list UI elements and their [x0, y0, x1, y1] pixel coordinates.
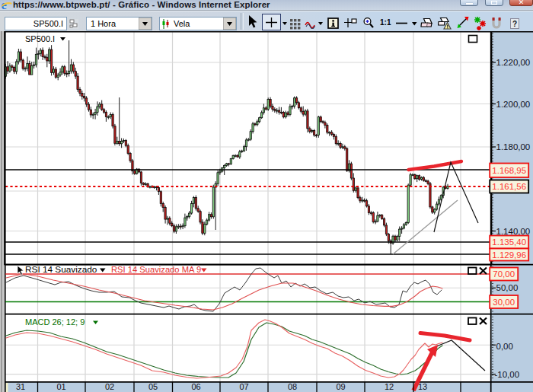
- svg-text:1.129,96: 1.129,96: [492, 250, 526, 260]
- svg-text:70,00: 70,00: [493, 269, 515, 279]
- svg-text:02: 02: [105, 382, 114, 391]
- svg-text:1.168,95: 1.168,95: [492, 166, 526, 175]
- svg-text:09: 09: [336, 382, 345, 391]
- svg-text:-10,00: -10,00: [495, 370, 520, 379]
- svg-text:RSI 14 Suavizado: RSI 14 Suavizado: [25, 264, 97, 275]
- svg-text:13: 13: [418, 382, 427, 391]
- svg-text:SP500.I: SP500.I: [25, 34, 55, 43]
- svg-text:06: 06: [191, 382, 200, 391]
- svg-text:50,00: 50,00: [496, 283, 519, 292]
- svg-text:RSI 14 Suavizado MA 9: RSI 14 Suavizado MA 9: [111, 265, 201, 274]
- svg-text:08: 08: [288, 382, 297, 391]
- svg-text:12: 12: [385, 382, 394, 391]
- svg-text:?: ?: [512, 20, 517, 28]
- svg-text:01: 01: [56, 382, 65, 391]
- svg-text:07: 07: [239, 382, 248, 391]
- svg-text:05: 05: [148, 382, 158, 391]
- svg-text:1.200,00: 1.200,00: [496, 100, 531, 109]
- svg-text:1.140,00: 1.140,00: [496, 227, 531, 236]
- svg-text:31: 31: [16, 382, 25, 391]
- svg-text:0,00: 0,00: [496, 342, 513, 351]
- svg-text:1.161,56: 1.161,56: [492, 182, 526, 191]
- svg-text:1.220,00: 1.220,00: [496, 58, 531, 67]
- svg-text:30,00: 30,00: [493, 298, 515, 307]
- svg-text:1.180,00: 1.180,00: [496, 142, 531, 151]
- svg-text:MACD 26; 12; 9: MACD 26; 12; 9: [25, 317, 85, 327]
- svg-text:1.135,40: 1.135,40: [492, 237, 526, 247]
